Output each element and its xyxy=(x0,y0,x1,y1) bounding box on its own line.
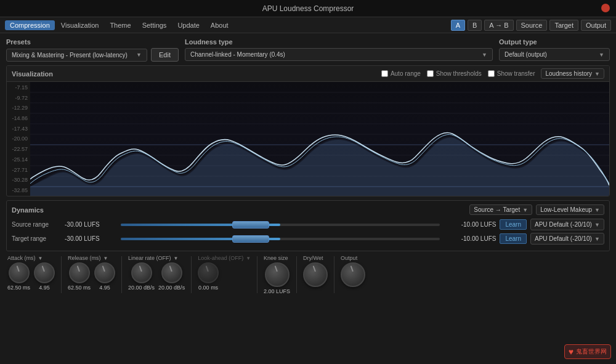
menu-theme[interactable]: Theme xyxy=(105,20,136,30)
y-label-1: -9.72 xyxy=(15,95,28,101)
divider-2 xyxy=(121,256,122,293)
output-type-dropdown[interactable]: Default (output) ▼ xyxy=(499,48,610,61)
loudness-type-arrow: ▼ xyxy=(482,52,487,58)
source-range-label: Source range xyxy=(12,221,61,228)
menu-compression[interactable]: Compression xyxy=(5,20,55,30)
presets-label: Presets xyxy=(6,38,179,46)
attack-knob-1-group: 62.50 ms xyxy=(7,262,30,291)
linear-rate-dropdown-row: Linear rate (OFF) ▼ xyxy=(128,255,185,261)
auto-range-checkbox[interactable]: Auto range xyxy=(381,70,421,77)
show-transfer-label: Show transfer xyxy=(497,70,535,77)
dynamics-controls-right: Source → Target ▼ Low-Level Makeup ▼ xyxy=(469,204,604,215)
drywet-group: Dry/Wet xyxy=(303,255,328,288)
attack-knob-1[interactable] xyxy=(9,262,30,283)
menu-visualization[interactable]: Visualization xyxy=(56,20,104,30)
loudness-type-dropdown[interactable]: Channel-linked - Momentary (0.4s) ▼ xyxy=(185,48,493,61)
menu-update[interactable]: Update xyxy=(172,20,204,30)
source-range-left: -30.00 LUFS xyxy=(65,221,117,228)
release-knob-1[interactable] xyxy=(69,262,90,283)
linear-knob-1-group: 20.00 dB/s xyxy=(128,262,155,291)
target-preset-value: APU Default (-20/10) xyxy=(535,235,592,242)
lookahead-dropdown-row: Look-ahead (OFF) ▼ xyxy=(198,255,251,261)
show-transfer-checkbox[interactable]: Show transfer xyxy=(488,70,535,77)
lookahead-group: Look-ahead (OFF) ▼ 0.00 ms xyxy=(198,255,251,291)
source-slider-thumb[interactable] xyxy=(232,221,269,229)
release-knob-2[interactable] xyxy=(94,262,115,283)
source-button[interactable]: Source xyxy=(516,20,548,31)
divider-6 xyxy=(334,256,334,293)
source-target-dropdown[interactable]: Source → Target ▼ xyxy=(469,204,532,215)
low-level-dropdown[interactable]: Low-Level Makeup ▼ xyxy=(536,204,604,215)
show-transfer-input[interactable] xyxy=(488,70,495,77)
close-button[interactable] xyxy=(601,4,610,12)
drywet-label: Dry/Wet xyxy=(303,255,328,261)
knee-value: 2.00 LUFS xyxy=(264,288,290,294)
knee-label: Knee size xyxy=(264,255,290,261)
source-range-slider[interactable] xyxy=(121,219,440,230)
output-group: Output xyxy=(341,255,365,288)
attack-value-2: 4.95 xyxy=(39,285,50,291)
linear-value-2: 20.00 dB/s xyxy=(158,285,185,291)
ab-button-a[interactable]: A xyxy=(451,20,465,31)
lookahead-knobs: 0.00 ms xyxy=(198,262,251,291)
source-preset-value: APU Default (-20/10) xyxy=(535,221,592,228)
presets-dropdown-arrow: ▼ xyxy=(136,52,142,58)
output-button[interactable]: Output xyxy=(581,20,611,31)
output-type-arrow: ▼ xyxy=(599,52,604,58)
y-label-10: -32.85 xyxy=(12,187,28,193)
y-label-7: -25.14 xyxy=(12,156,28,163)
target-slider-thumb[interactable] xyxy=(232,235,269,243)
show-thresholds-input[interactable] xyxy=(427,70,434,77)
auto-range-label: Auto range xyxy=(391,70,421,77)
linear-knob-2[interactable] xyxy=(161,262,182,283)
drywet-knob[interactable] xyxy=(303,262,328,287)
menu-items: Compression Visualization Theme Settings… xyxy=(5,20,233,30)
edit-button[interactable]: Edit xyxy=(151,48,179,62)
target-preset-dropdown[interactable]: APU Default (-20/10) ▼ xyxy=(530,233,604,245)
auto-range-input[interactable] xyxy=(381,70,388,77)
menu-bar: Compression Visualization Theme Settings… xyxy=(0,17,616,33)
ab-button-ab[interactable]: A → B xyxy=(484,20,513,31)
viz-section-label: Visualization xyxy=(12,70,53,78)
presets-dropdown[interactable]: Mixing & Mastering - Present (low-latenc… xyxy=(6,49,147,62)
output-type-section: Output type Default (output) ▼ xyxy=(499,38,610,61)
menu-settings[interactable]: Settings xyxy=(137,20,172,30)
release-group: Release (ms) ▼ 62.50 ms 4.95 xyxy=(68,255,115,291)
knee-knob[interactable] xyxy=(265,262,290,287)
lookahead-value: 0.00 ms xyxy=(198,285,218,291)
output-knob-group xyxy=(341,262,365,288)
attack-knob-2[interactable] xyxy=(34,262,55,283)
graph-area: -7.15 -9.72 -12.29 -14.86 -17.43 -20.00 … xyxy=(7,82,609,196)
target-button[interactable]: Target xyxy=(549,20,578,31)
y-label-6: -22.57 xyxy=(12,146,28,152)
dynamics-label: Dynamics xyxy=(12,206,44,214)
source-target-label: Source → Target xyxy=(474,206,520,213)
linear-knob-1[interactable] xyxy=(131,262,152,283)
history-dropdown[interactable]: Loudness history ▼ xyxy=(541,68,604,79)
y-label-0: -7.15 xyxy=(15,84,28,91)
output-knob-label: Output xyxy=(341,255,365,261)
drywet-knob-group xyxy=(303,262,328,288)
divider-1 xyxy=(61,256,62,293)
divider-4 xyxy=(257,256,257,293)
loudness-type-value: Channel-linked - Momentary (0.4s) xyxy=(190,51,285,58)
lookahead-knob[interactable] xyxy=(198,262,219,283)
source-preset-dropdown[interactable]: APU Default (-20/10) ▼ xyxy=(530,219,604,230)
watermark: ♥ 鬼畜世界网 xyxy=(564,344,611,359)
history-arrow: ▼ xyxy=(594,71,600,77)
ab-button-b[interactable]: B xyxy=(468,20,482,31)
target-learn-button[interactable]: Learn xyxy=(500,233,527,244)
release-value-2: 4.95 xyxy=(99,285,110,291)
release-label: Release (ms) xyxy=(68,255,101,261)
menu-about[interactable]: About xyxy=(206,20,233,30)
show-thresholds-checkbox[interactable]: Show thresholds xyxy=(427,70,482,77)
target-range-slider[interactable] xyxy=(121,233,440,245)
target-range-left: -30.00 LUFS xyxy=(65,235,117,242)
output-knob[interactable] xyxy=(341,262,365,287)
output-type-value: Default (output) xyxy=(505,51,547,58)
source-learn-button[interactable]: Learn xyxy=(500,219,527,230)
y-label-4: -17.43 xyxy=(12,126,28,132)
attack-knobs: 62.50 ms 4.95 xyxy=(7,262,55,291)
watermark-text: 鬼畜世界网 xyxy=(576,347,607,356)
visualization-section: Visualization Auto range Show thresholds… xyxy=(6,65,610,196)
